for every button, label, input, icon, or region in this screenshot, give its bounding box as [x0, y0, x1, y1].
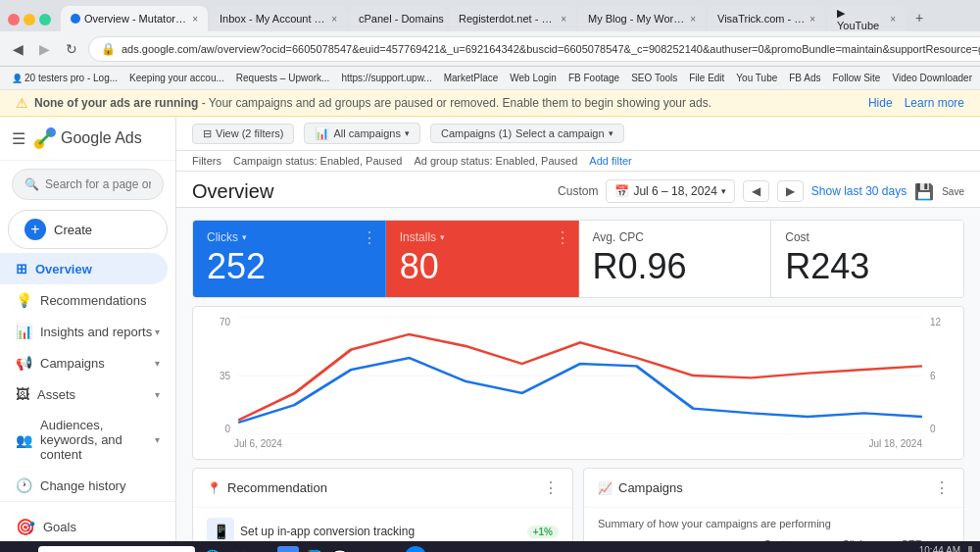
browser-tab[interactable]: VisaTrick.com - Unlim... × — [708, 6, 825, 31]
browser-tab[interactable]: Overview - Mutator - Goo... × — [61, 6, 208, 31]
browser-tab[interactable]: cPanel - Domains × — [349, 6, 447, 31]
tab-close[interactable]: × — [331, 14, 337, 25]
campaigns-selector-chip[interactable]: Campaigns (1) Select a campaign ▾ — [430, 124, 624, 143]
sidebar-item-history[interactable]: 🕐 Change history — [0, 470, 168, 501]
start-btn[interactable]: ⊞ — [8, 548, 32, 553]
avg-cpc-label: Avg. CPC — [593, 230, 758, 244]
date-picker[interactable]: 📅 Jul 6 – 18, 2024 ▾ — [606, 179, 734, 203]
win-controls[interactable] — [8, 14, 59, 31]
installs-dropdown[interactable]: ▾ — [440, 232, 445, 242]
show-last-30-btn[interactable]: Show last 30 days — [811, 184, 906, 198]
taskbar-icon-photos[interactable]: 🖼 — [354, 546, 375, 552]
recommendation-card-title: Recommendation — [227, 480, 327, 495]
taskbar-icon-fb[interactable]: 📘 — [303, 546, 324, 552]
bookmark[interactable]: FB Ads — [785, 72, 824, 84]
recommendation-menu[interactable]: ⋮ — [543, 478, 559, 497]
sidebar-item-campaigns[interactable]: 📢 Campaigns ▾ — [0, 347, 175, 378]
hide-btn[interactable]: Hide — [868, 96, 893, 110]
campaigns-icon: 📢 — [16, 355, 32, 371]
tab-close[interactable]: × — [561, 14, 566, 25]
browser-tab[interactable]: Inbox - My Account Pan... × — [210, 6, 347, 31]
all-campaigns-chip[interactable]: 📊 All campaigns ▾ — [304, 123, 419, 144]
campaigns-card-menu[interactable]: ⋮ — [934, 478, 950, 497]
sidebar-history-label: Change history — [40, 478, 125, 493]
sidebar-item-goals[interactable]: 🎯 Goals — [0, 510, 175, 541]
sidebar-item-overview[interactable]: ⊞ Overview — [0, 253, 168, 284]
tab-close[interactable]: × — [690, 14, 696, 25]
recommendation-icon: 📍 — [207, 481, 221, 495]
lock-icon: 🔒 — [101, 42, 116, 56]
campaigns-summary: Summary of how your campaigns are perfor… — [598, 518, 950, 529]
sidebar-item-assets[interactable]: 🖼 Assets ▾ — [0, 378, 175, 410]
app-title: Google Ads — [61, 129, 142, 147]
avg-cpc-value: R0.96 — [593, 246, 758, 287]
notification-bar: ⚠ None of your ads are running - Your ca… — [0, 90, 980, 117]
search-input[interactable] — [45, 177, 151, 191]
sidebar-item-audiences[interactable]: 👥 Audiences, keywords, and content ▾ — [0, 410, 175, 470]
recommendations-icon: 💡 — [16, 292, 32, 308]
bookmark[interactable]: https://support.upw... — [337, 72, 435, 84]
bookmark[interactable]: You Tube — [732, 72, 781, 84]
bookmark[interactable]: FB Footage — [564, 72, 623, 84]
new-tab-btn[interactable]: + — [907, 6, 931, 31]
metric-installs-menu[interactable]: ⋮ — [555, 228, 570, 247]
bookmark[interactable]: File Edit — [685, 72, 728, 84]
taskbar-search[interactable]: 🔍 Type here to search — [38, 546, 195, 552]
metric-installs: Installs ▾ 80 ⋮ — [386, 221, 579, 297]
address-text: ads.google.com/aw/overview?ocid=66050785… — [122, 43, 980, 55]
save-icon-btn[interactable]: 💾 — [914, 182, 934, 201]
taskbar: ⊞ 🔍 Type here to search 🌐 📁 ✉ G 📘 💬 🖼 ⚙ … — [0, 541, 980, 552]
taskbar-icon-messenger[interactable]: m — [405, 546, 426, 552]
goals-icon: 🎯 — [16, 518, 35, 536]
selector-chevron: ▾ — [609, 128, 613, 138]
taskbar-icon-explorer[interactable]: 📁 — [226, 546, 248, 552]
tab-close[interactable]: × — [890, 14, 896, 25]
hamburger-menu[interactable]: ☰ — [12, 129, 25, 148]
show-desktop-btn[interactable] — [968, 546, 972, 552]
date-prev-btn[interactable]: ◀ — [743, 180, 769, 202]
view-filter-chip[interactable]: ⊟ View (2 filters) — [192, 124, 294, 144]
nav-forward-btn[interactable]: ▶ — [34, 38, 55, 60]
address-bar[interactable]: 🔒 ads.google.com/aw/overview?ocid=660507… — [88, 36, 980, 62]
create-btn[interactable]: + Create — [8, 210, 168, 249]
bookmark[interactable]: Follow Site — [829, 72, 885, 84]
search-bar[interactable]: 🔍 — [12, 169, 164, 200]
filters-bar: Filters Campaign status: Enabled, Paused… — [176, 151, 980, 172]
bookmark[interactable]: SEO Tools — [627, 72, 681, 84]
sidebar-item-insights[interactable]: 📊 Insights and reports ▾ — [0, 316, 175, 347]
browser-tab[interactable]: Registerdot.net - Login... × — [449, 6, 576, 31]
create-label: Create — [54, 223, 92, 237]
nav-back-btn[interactable]: ◀ — [8, 38, 28, 60]
taskbar-icon-mail[interactable]: ✉ — [252, 546, 273, 552]
bookmark[interactable]: MarketPlace — [440, 72, 503, 84]
browser-tab[interactable]: ▶ YouTube × — [827, 6, 906, 31]
bookmark[interactable]: 👤 20 testers pro - Log... — [8, 72, 122, 84]
tab-close[interactable]: × — [809, 14, 815, 25]
taskbar-icon-settings[interactable]: ⚙ — [379, 546, 401, 552]
date-next-btn[interactable]: ▶ — [777, 180, 804, 202]
bookmark[interactable]: Web Login — [506, 72, 561, 84]
tab-close[interactable]: × — [192, 14, 198, 25]
sidebar-insights-label: Insights and reports — [40, 325, 152, 339]
bookmark[interactable]: Video Downloader — [888, 72, 976, 84]
nav-refresh-btn[interactable]: ↻ — [61, 38, 82, 60]
learn-more-link[interactable]: Learn more — [905, 96, 964, 110]
google-ads-logo: Google Ads — [33, 126, 142, 150]
recommendation-card: 📍 Recommendation ⋮ 📱 Set up in-app conve… — [192, 468, 573, 541]
add-filter-btn[interactable]: Add filter — [589, 155, 631, 167]
sidebar-item-recommendations[interactable]: 💡 Recommendations — [0, 284, 168, 316]
installs-value: 80 — [400, 246, 564, 287]
bookmark[interactable]: Keeping your accou... — [125, 72, 228, 84]
taskbar-icon-edge[interactable]: 🌐 — [201, 546, 222, 552]
clicks-dropdown[interactable]: ▾ — [242, 232, 247, 242]
insights-chevron: ▾ — [155, 326, 160, 337]
calendar-icon: 📅 — [614, 184, 629, 198]
metric-clicks-menu[interactable]: ⋮ — [362, 228, 377, 247]
rec-icon: 📱 — [207, 518, 234, 541]
browser-tab[interactable]: My Blog - My WordPress... × — [578, 6, 706, 31]
bookmark[interactable]: Requests – Upwork... — [232, 72, 334, 84]
taskbar-icon-chrome[interactable]: G — [277, 546, 299, 552]
taskbar-icon-whatsapp[interactable]: 💬 — [328, 546, 350, 552]
overview-chart — [238, 317, 922, 434]
controls-bar: ⊟ View (2 filters) 📊 All campaigns ▾ Cam… — [176, 117, 980, 151]
